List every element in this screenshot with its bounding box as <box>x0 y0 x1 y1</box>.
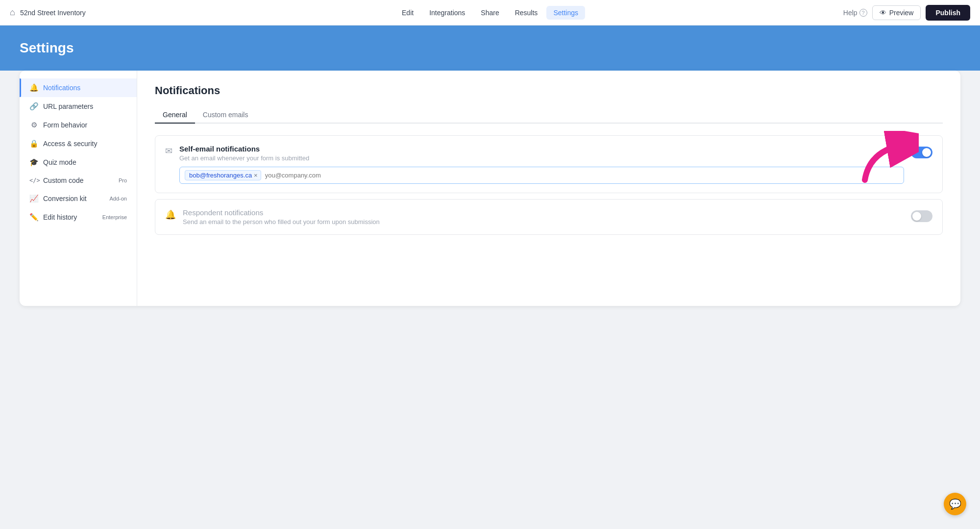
self-email-toggle-area <box>911 147 932 158</box>
self-email-card: ✉ Self-email notifications Get an email … <box>155 135 943 193</box>
help-icon: ? <box>859 9 867 17</box>
respondent-toggle[interactable] <box>911 210 932 222</box>
chart-icon: 📈 <box>29 194 38 203</box>
code-icon: </> <box>29 177 38 184</box>
sidebar-item-form-behavior[interactable]: ⚙ Form behavior <box>20 116 137 134</box>
self-email-body: Self-email notifications Get an email wh… <box>179 145 904 184</box>
self-email-toggle[interactable] <box>911 147 932 158</box>
gear-icon: ⚙ <box>29 121 38 129</box>
respondent-card: 🔔 Respondent notifications Send an email… <box>155 199 943 235</box>
tab-settings[interactable]: Settings <box>546 6 585 20</box>
conversion-kit-badge: Add-on <box>110 196 127 202</box>
quiz-icon: 🎓 <box>29 158 38 167</box>
tab-share[interactable]: Share <box>474 6 506 20</box>
home-icon[interactable]: ⌂ <box>10 7 15 18</box>
respondent-desc: Send an email to the person who filled o… <box>183 218 904 226</box>
sidebar-item-notifications[interactable]: 🔔 Notifications <box>20 78 137 97</box>
sidebar-item-quiz-mode[interactable]: 🎓 Quiz mode <box>20 153 137 172</box>
tab-custom-emails[interactable]: Custom emails <box>195 107 256 124</box>
preview-button[interactable]: 👁 Preview <box>872 5 921 20</box>
publish-button[interactable]: Publish <box>926 5 970 21</box>
settings-card: 🔔 Notifications 🔗 URL parameters ⚙ Form … <box>20 71 960 306</box>
email-input[interactable] <box>265 172 899 179</box>
respondent-toggle-area <box>911 210 932 222</box>
help-button[interactable]: Help ? <box>843 9 867 17</box>
sidebar: 🔔 Notifications 🔗 URL parameters ⚙ Form … <box>20 71 137 306</box>
chat-bubble[interactable]: 💬 <box>944 493 966 515</box>
sidebar-item-url-parameters[interactable]: 🔗 URL parameters <box>20 97 137 116</box>
sidebar-item-custom-code[interactable]: </> Custom code Pro <box>20 172 137 189</box>
email-tag-remove[interactable]: × <box>254 172 258 178</box>
edit-icon: ✏️ <box>29 213 38 222</box>
bell-icon: 🔔 <box>29 83 38 92</box>
topnav: ⌂ 52nd Street Inventory Edit Integration… <box>0 0 980 25</box>
sidebar-item-conversion-kit[interactable]: 📈 Conversion kit Add-on <box>20 189 137 208</box>
lock-icon: 🔒 <box>29 139 38 148</box>
respondent-body: Respondent notifications Send an email t… <box>183 208 904 226</box>
edit-history-badge: Enterprise <box>102 214 127 220</box>
sidebar-item-access-security[interactable]: 🔒 Access & security <box>20 134 137 153</box>
content-panel: Notifications General Custom emails ✉ Se… <box>137 71 960 306</box>
topnav-center: Edit Integrations Share Results Settings <box>395 6 585 20</box>
self-email-desc: Get an email whenever your form is submi… <box>179 154 904 162</box>
sidebar-item-edit-history[interactable]: ✏️ Edit history Enterprise <box>20 208 137 227</box>
tab-integrations[interactable]: Integrations <box>422 6 472 20</box>
respondent-bell-icon: 🔔 <box>165 209 176 220</box>
content-title: Notifications <box>155 84 943 97</box>
tab-edit[interactable]: Edit <box>395 6 420 20</box>
respondent-title: Respondent notifications <box>183 208 904 217</box>
eye-icon: 👁 <box>880 9 886 17</box>
envelope-icon: ✉ <box>165 146 172 156</box>
project-name: 52nd Street Inventory <box>20 9 86 17</box>
self-email-title: Self-email notifications <box>179 145 904 153</box>
link-icon: 🔗 <box>29 102 38 111</box>
main-content: 🔔 Notifications 🔗 URL parameters ⚙ Form … <box>0 71 980 326</box>
tab-general[interactable]: General <box>155 107 195 124</box>
email-tag: bob@freshoranges.ca × <box>185 170 261 180</box>
tab-results[interactable]: Results <box>508 6 545 20</box>
custom-code-badge: Pro <box>119 177 127 183</box>
content-tabs: General Custom emails <box>155 107 943 124</box>
email-input-area[interactable]: bob@freshoranges.ca × <box>179 167 904 184</box>
banner-title: Settings <box>20 40 960 56</box>
chat-icon: 💬 <box>949 498 961 510</box>
